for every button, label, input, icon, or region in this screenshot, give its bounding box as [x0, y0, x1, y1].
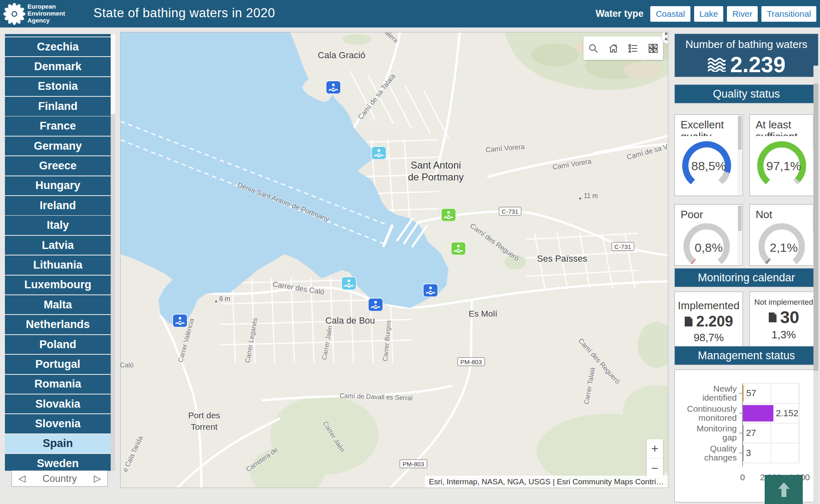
water-type-river[interactable]: River [727, 6, 758, 22]
bathing-water-marker[interactable] [442, 209, 456, 221]
water-type-nav: Water type CoastalLakeRiverTransitional [596, 0, 816, 27]
zoom-in-button[interactable]: + [647, 439, 663, 458]
country-item-greece[interactable]: Greece [5, 156, 111, 176]
home-icon [608, 43, 619, 54]
country-item-netherlands[interactable]: Netherlands [5, 315, 111, 334]
country-item-ireland[interactable]: Ireland [5, 196, 111, 215]
monitoring-card-value: 2.209 [696, 313, 733, 330]
country-item-romania[interactable]: Romania [5, 375, 111, 394]
country-list-scrollbar[interactable] [111, 34, 115, 471]
country-item-france[interactable]: France [5, 116, 111, 136]
bathing-water-marker[interactable] [326, 81, 340, 94]
road-shield-c-731: C-731 [612, 242, 634, 251]
agency-name-line: Agency [27, 17, 65, 24]
x-tick-label: 0 [740, 472, 745, 482]
map-toolbar [583, 36, 663, 60]
svg-text:changes: changes [704, 453, 737, 462]
monitoring-calendar-header: Monitoring calendar [674, 268, 818, 287]
country-item-denmark[interactable]: Denmark [5, 57, 111, 76]
gauge-title: At least sufficient [750, 115, 818, 136]
legend-icon [628, 43, 638, 54]
bathing-water-marker[interactable] [451, 242, 465, 255]
country-item-lithuania[interactable]: Lithuania [5, 255, 111, 275]
bathing-water-marker[interactable] [424, 284, 437, 296]
card-scrollbar[interactable] [738, 115, 742, 195]
country-item-czechia[interactable]: Czechia [5, 37, 111, 57]
road-shield-c-731: C-731 [499, 207, 522, 216]
gauge-card-excellent-quality: Excellent quality 88,5% [674, 114, 743, 196]
basemap-tool[interactable] [647, 42, 659, 55]
gauge-card-at-least-sufficient: At least sufficient 97,1% [749, 114, 818, 196]
country-item-finland[interactable]: Finland [5, 97, 111, 116]
country-item-slovakia[interactable]: Slovakia [5, 395, 111, 414]
gauge-title: Poor quality [675, 205, 743, 221]
svg-text:Continuously: Continuously [687, 404, 737, 413]
country-item-slovenia[interactable]: Slovenia [5, 414, 111, 433]
card-scrollbar-thumb[interactable] [738, 116, 742, 150]
country-item-partial[interactable] [5, 34, 111, 36]
map-canvas[interactable]: Cala GracióSant Antonide PortmanySes Paï… [120, 32, 668, 488]
bathing-water-marker[interactable] [173, 315, 187, 327]
gauge-value: 0,8% [675, 241, 743, 255]
map-attribution: Esri, Intermap, NASA, NGA, USGS | Esri C… [425, 476, 668, 488]
bar-monitoring-gap [743, 425, 744, 441]
water-type-label: Water type [596, 8, 644, 19]
gauge-title: Excellent quality [675, 115, 743, 136]
bather-icon [344, 278, 354, 288]
scroll-to-top-button[interactable] [765, 475, 803, 504]
gauge-card-not-classified: Not classified 2,1% [749, 204, 818, 266]
panel-scrollbar-thumb[interactable] [813, 84, 818, 371]
country-item-portugal[interactable]: Portugal [5, 355, 111, 374]
water-type-coastal[interactable]: Coastal [650, 6, 690, 22]
agency-name-line: Environment [27, 10, 65, 17]
monitoring-card-not-implemented: Not implemented 30 1,3% [749, 292, 818, 347]
number-of-bathing-waters-card: Number of bathing waters 2.239 [674, 34, 818, 77]
water-type-transitional[interactable]: Transitional [761, 6, 816, 22]
number-card-value: 2.239 [730, 52, 786, 77]
country-item-hungary[interactable]: Hungary [5, 176, 111, 196]
search-tool[interactable] [587, 42, 599, 55]
monitoring-card-value: 30 [780, 308, 800, 327]
bathing-water-marker[interactable] [342, 277, 356, 290]
monitoring-card-title: Implemented [675, 299, 743, 312]
country-item-italy[interactable]: Italy [5, 216, 111, 235]
svg-text:Quality: Quality [710, 444, 737, 453]
water-type-lake[interactable]: Lake [694, 6, 724, 22]
scrollbar-thumb[interactable] [111, 34, 115, 114]
country-item-latvia[interactable]: Latvia [5, 236, 111, 255]
bar-continuously-monitored [743, 405, 773, 422]
bather-icon [175, 316, 185, 326]
agency-name-line: European [27, 3, 65, 10]
gauge-value: 88,5% [675, 159, 743, 173]
eea-logo-icon [3, 2, 25, 25]
bathing-water-marker[interactable] [369, 299, 383, 311]
prev-country-button[interactable]: ◁ [18, 474, 25, 483]
quality-status-header: Quality status [674, 84, 818, 103]
basemap-icon [648, 43, 658, 54]
country-item-poland[interactable]: Poland [5, 335, 111, 354]
country-item-germany[interactable]: Germany [5, 137, 111, 156]
legend-tool[interactable] [627, 42, 639, 55]
panel-scrollbar[interactable] [813, 66, 818, 504]
next-country-button[interactable]: ▷ [94, 474, 101, 483]
country-item-spain[interactable]: Spain [5, 434, 111, 454]
bar-quality-changes [743, 445, 744, 461]
gauge-card-poor-quality: Poor quality 0,8% [674, 204, 743, 266]
card-scrollbar-thumb[interactable] [738, 206, 742, 231]
bather-icon [370, 300, 381, 310]
country-item-malta[interactable]: Malta [5, 295, 111, 315]
management-status-header: Management status [674, 346, 818, 365]
bather-icon [443, 210, 454, 220]
svg-text:Monitoring: Monitoring [697, 424, 737, 433]
country-item-estonia[interactable]: Estonia [5, 77, 111, 96]
bar-value-label: 2.152 [776, 408, 798, 418]
home-tool[interactable] [607, 42, 620, 55]
bathing-water-marker[interactable] [372, 147, 386, 159]
country-item-sweden[interactable]: Sweden [5, 454, 111, 471]
country-item-luxembourg[interactable]: Luxembourg [5, 276, 111, 295]
zoom-out-button[interactable]: − [647, 458, 663, 478]
document-icon [684, 316, 693, 327]
card-scrollbar[interactable] [738, 205, 742, 265]
pager-label: Country [42, 473, 77, 484]
monitoring-card-sub: 98,7% [675, 331, 743, 344]
